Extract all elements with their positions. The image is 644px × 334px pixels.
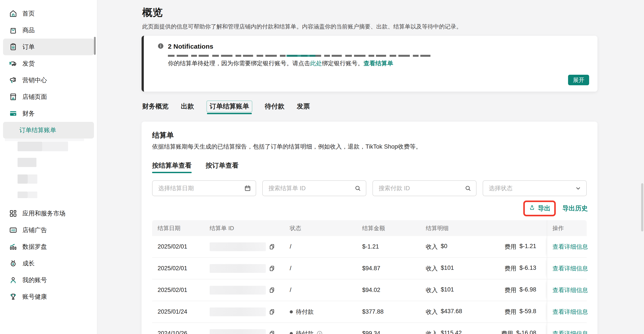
view-details-link[interactable]: 查看详细信息 [552,286,588,294]
sidebar-item-products[interactable]: 商品 [3,22,94,39]
statement-id-cell [204,323,284,334]
settlement-date-filter[interactable] [152,180,256,196]
sidebar-item-apps-services-market[interactable]: 应用和服务市场 [3,205,94,222]
sidebar-item-store-ads[interactable]: AD 店铺广告 [3,222,94,238]
settlement-date-filter-input[interactable] [158,185,244,192]
income-label: 收入 [426,265,438,272]
settlement-amount-cell: $94.87 [357,258,420,279]
sidebar-item-account-health[interactable]: 账号健康 [3,288,94,305]
svg-text:AD: AD [11,229,15,232]
fee-label: 费用 [504,308,516,316]
table-row: 2024/10/26 待付款? $99.34 收入$115.42 费用$-16.… [152,323,587,334]
sidebar-item-marketing-center[interactable]: 营销中心 [3,72,94,89]
redacted-statement-id [210,308,266,316]
status-select-input[interactable] [488,185,574,192]
chevron-down-icon[interactable] [574,184,582,192]
subtab-view-by-statement[interactable]: 按结算单查看 [152,161,192,170]
store-icon [9,92,18,101]
card-icon [9,109,18,118]
tab-invoices[interactable]: 发票 [297,100,310,112]
settlement-amount-cell: $94.02 [357,279,420,301]
view-details-link[interactable]: 查看详细信息 [552,308,588,316]
income-label: 收入 [426,330,438,334]
panel-title: 结算单 [152,130,174,140]
export-highlight-annotation: 导出 [523,200,556,216]
column-header-5: 结算明细 [420,220,547,236]
tab-order-settlement[interactable]: 订单结算账单 [206,100,252,112]
sidebar-scrollbar[interactable] [94,37,96,55]
view-subtabs: 按结算单查看按订单查看 [152,161,238,170]
sidebar-item-finance[interactable]: 财务 [3,105,94,122]
fee-value: $-59.8 [519,308,536,316]
calendar-icon[interactable] [244,184,251,192]
sidebar-item-shipping[interactable]: 发货 [3,55,94,72]
page-scrollbar[interactable] [641,183,643,231]
home-icon [9,9,18,18]
payment-id-search[interactable] [372,180,476,196]
view-details-link[interactable]: 查看详细信息 [552,243,588,251]
expand-button[interactable]: 展开 [568,75,589,85]
sidebar-item-growth[interactable]: 成长 [3,255,94,272]
income-value: $437.68 [441,308,462,316]
bind-bank-link[interactable]: 此处 [310,60,322,67]
chart-icon [9,242,18,251]
settlement-amount-cell: $-1.21 [357,236,420,257]
column-header-4: 结算金额 [357,220,420,236]
settlement-detail-cell: 收入$437.68 费用$-59.8 [420,301,547,322]
settlement-date-cell: 2025/01/24 [152,301,204,322]
sidebar-item-orders[interactable]: 订单 [3,39,94,55]
view-details-link[interactable]: 查看详细信息 [552,330,588,334]
sidebar-item-data-compass[interactable]: 数据罗盘 [3,238,94,255]
sidebar-item-order-settlement[interactable]: 订单结算账单 [3,122,94,139]
statement-id-search-input[interactable] [268,185,354,192]
table-row: 2025/02/01 / $-1.21 收入$0 费用$-1.21 查看详细信息 [152,236,587,258]
income-label: 收入 [426,243,438,251]
export-button[interactable]: 导出 [528,204,550,213]
tab-pending-payment[interactable]: 待付款 [265,100,284,112]
status-text: 待付款 [296,308,314,316]
table-row: 2025/02/01 / $94.87 收入$101 费用$-6.13 查看详细… [152,258,587,279]
redacted-statement-id [210,286,266,295]
settlement-date-cell: 2025/02/01 [152,258,204,279]
status-dot [290,332,293,334]
view-details-link[interactable]: 查看详细信息 [552,265,588,272]
status-cell: 待付款? [284,323,357,334]
payment-id-search-input[interactable] [378,185,464,192]
copy-icon[interactable] [268,330,276,334]
notification-title: 2 Notifications [168,43,213,50]
tab-finance-overview[interactable]: 财务概览 [142,100,168,112]
clipboard-icon [9,42,18,51]
statement-id-search[interactable] [262,180,366,196]
settlement-date-cell: 2024/10/26 [152,323,204,334]
income-label: 收入 [426,308,438,316]
search-icon[interactable] [354,184,362,192]
copy-icon[interactable] [268,287,276,294]
help-icon[interactable]: ? [316,330,323,334]
settlement-detail-cell: 收入$115.42 费用$-16.08 [420,323,547,334]
sidebar-item-my-account[interactable]: 我的账号 [3,272,94,288]
sidebar-item-store-page[interactable]: 店铺页面 [3,89,94,105]
status-select[interactable] [483,180,587,196]
statement-id-cell [204,279,284,301]
fee-value: $-1.21 [519,243,536,251]
grid-icon [9,209,18,218]
copy-icon[interactable] [268,243,276,250]
sidebar: 首页 商品 订单 发货 营销中心 店铺页面 财务 订单结算账单 应用和服务市场 … [0,0,98,334]
page-subtitle: 此页面提供的信息可帮助你了解和管理店铺内的付款和结算单。内容涵盖你的当前账户摘要… [142,23,462,30]
copy-icon[interactable] [268,265,276,272]
copy-icon[interactable] [268,308,276,315]
export-history-link[interactable]: 导出历史 [562,204,588,213]
svg-text:?: ? [319,332,320,334]
notification-header: 2 Notifications [157,42,213,51]
settlement-detail-cell: 收入$101 费用$-6.98 [420,279,547,301]
finance-tabs: 财务概览出款订单结算账单待付款发票 [142,100,310,112]
trophy-icon [9,292,18,301]
tab-withdrawals[interactable]: 出款 [181,100,194,112]
status-cell: / [284,279,357,301]
status-text: / [290,287,292,294]
search-icon[interactable] [464,184,472,192]
subtab-view-by-order[interactable]: 按订单查看 [206,161,238,170]
view-statement-link[interactable]: 查看结算单 [364,60,393,67]
sidebar-item-home[interactable]: 首页 [3,5,94,22]
export-label: 导出 [538,204,550,213]
